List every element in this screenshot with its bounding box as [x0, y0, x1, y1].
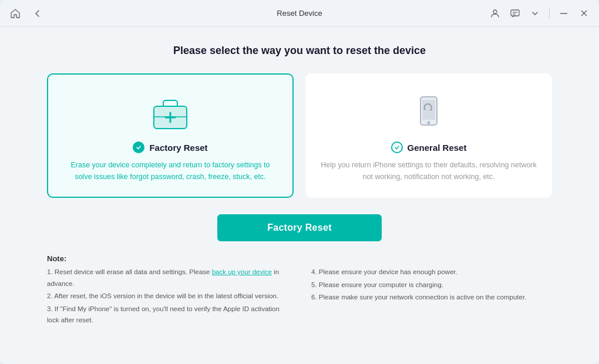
notes-right-col: 4. Please ensure your device has enough …: [311, 267, 552, 328]
main-content: Please select the way you want to reset …: [0, 27, 599, 364]
factory-reset-desc: Erase your device completely and return …: [62, 159, 278, 183]
general-reset-title: General Reset: [408, 143, 467, 153]
note-3: 3. If "Find My iPhone" is turned on, you…: [47, 304, 288, 326]
page-heading: Please select the way you want to reset …: [173, 45, 426, 57]
svg-point-13: [428, 122, 430, 124]
general-reset-desc: Help you return iPhone settings to their…: [321, 159, 537, 183]
titlebar-divider: [549, 9, 550, 18]
action-button[interactable]: Factory Reset: [217, 214, 382, 241]
backup-link[interactable]: back up your device: [212, 268, 272, 275]
note-1: 1. Reset device will erase all data and …: [47, 267, 288, 289]
titlebar-title: Reset Device: [277, 9, 322, 18]
general-reset-card[interactable]: General Reset Help you return iPhone set…: [305, 73, 552, 198]
minimize-button[interactable]: [556, 5, 572, 22]
notes-left-col: 1. Reset device will erase all data and …: [47, 267, 288, 328]
note-6: 6. Please make sure your network connect…: [311, 292, 552, 304]
factory-reset-title: Factory Reset: [149, 143, 207, 153]
note-2: 2. After reset, the iOS version in the d…: [47, 291, 288, 302]
titlebar: Reset Device: [0, 0, 599, 27]
home-button[interactable]: [7, 5, 23, 22]
svg-rect-12: [422, 100, 435, 120]
factory-reset-check: [133, 141, 144, 153]
reset-options-row: Factory Reset Erase your device complete…: [47, 73, 552, 198]
account-button[interactable]: [487, 5, 503, 22]
chat-button[interactable]: [507, 5, 523, 22]
titlebar-right: [487, 5, 592, 22]
factory-reset-title-row: Factory Reset: [133, 141, 207, 153]
svg-point-0: [493, 10, 497, 14]
notes-section: Note: 1. Reset device will erase all dat…: [47, 254, 552, 328]
general-reset-title-row: General Reset: [391, 141, 467, 153]
factory-reset-icon: [149, 91, 191, 133]
svg-rect-1: [511, 10, 519, 16]
close-button[interactable]: [576, 5, 592, 22]
titlebar-left: [7, 5, 46, 22]
general-reset-check: [391, 141, 403, 153]
dropdown-button[interactable]: [527, 5, 543, 22]
back-button[interactable]: [29, 5, 46, 22]
notes-label: Note:: [47, 254, 552, 263]
notes-grid: 1. Reset device will erase all data and …: [47, 267, 552, 328]
note-5: 5. Please ensure your computer is chargi…: [311, 279, 552, 291]
factory-reset-card[interactable]: Factory Reset Erase your device complete…: [47, 73, 294, 198]
note-4: 4. Please ensure your device has enough …: [311, 267, 552, 278]
general-reset-icon: [408, 91, 450, 133]
